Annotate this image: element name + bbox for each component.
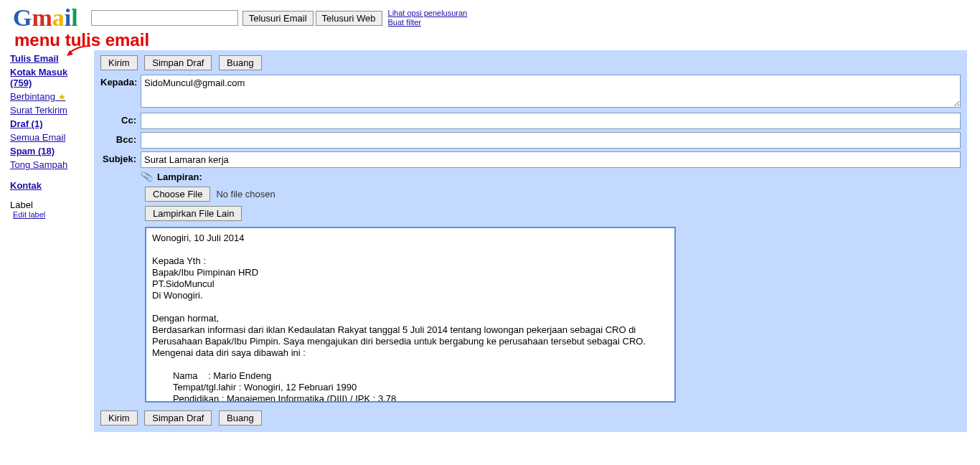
bottom-toolbar: Kirim Simpan Draf Buang	[100, 410, 961, 426]
search-options-link[interactable]: Lihat opsi penelusuran	[388, 9, 468, 18]
sidebar-sent[interactable]: Surat Terkirim	[10, 105, 91, 116]
sidebar-edit-label[interactable]: Edit label	[13, 210, 91, 219]
send-button-top[interactable]: Kirim	[100, 55, 138, 70]
send-button-bottom[interactable]: Kirim	[100, 410, 138, 426]
sidebar-starred[interactable]: Berbintang ★	[10, 91, 91, 102]
subject-field[interactable]	[141, 151, 961, 168]
search-email-button[interactable]: Telusuri Email	[242, 11, 314, 26]
sidebar-inbox[interactable]: Kotak Masuk (759)	[10, 67, 91, 88]
cc-field[interactable]	[141, 113, 961, 129]
compose-panel: Kirim Simpan Draf Buang Kepada: Cc: Bcc:…	[94, 50, 967, 432]
sidebar-trash[interactable]: Tong Sampah	[10, 159, 91, 170]
to-field[interactable]	[141, 75, 961, 108]
gmail-logo: Gmail	[13, 4, 78, 32]
cc-label: Cc:	[100, 113, 141, 126]
sidebar-allmail[interactable]: Semua Email	[10, 132, 91, 143]
sidebar-contacts[interactable]: Kontak	[10, 180, 91, 191]
save-draft-button-top[interactable]: Simpan Draf	[144, 55, 212, 70]
subject-label: Subjek:	[100, 151, 141, 164]
sidebar-label-heading: Label	[10, 199, 91, 210]
bcc-label: Bcc:	[100, 132, 141, 145]
top-toolbar: Kirim Simpan Draf Buang	[100, 55, 961, 70]
attach-label: Lampiran:	[157, 172, 202, 182]
annotation-text: menu tulis email	[0, 30, 980, 50]
search-input[interactable]	[91, 10, 238, 26]
search-web-button[interactable]: Telusuri Web	[316, 11, 382, 26]
bcc-field[interactable]	[141, 132, 961, 149]
create-filter-link[interactable]: Buat filter	[388, 18, 468, 27]
annotation-arrow-icon	[66, 44, 90, 57]
to-label: Kepada:	[100, 75, 141, 88]
header-bar: Gmail Telusuri Email Telusuri Web Lihat …	[0, 0, 980, 33]
sidebar-spam[interactable]: Spam (18)	[10, 146, 91, 156]
discard-button-bottom[interactable]: Buang	[219, 410, 262, 426]
star-icon: ★	[58, 92, 66, 102]
discard-button-top[interactable]: Buang	[219, 55, 262, 70]
sidebar: Tulis Email Kotak Masuk (759) Berbintang…	[0, 50, 94, 225]
save-draft-button-bottom[interactable]: Simpan Draf	[144, 410, 212, 426]
no-file-text: No file chosen	[216, 189, 275, 199]
header-links: Lihat opsi penelusuran Buat filter	[388, 9, 468, 27]
paperclip-icon: 📎	[140, 170, 154, 184]
email-body-editor[interactable]	[145, 227, 676, 403]
attach-more-button[interactable]: Lampirkan File Lain	[145, 206, 242, 221]
choose-file-button[interactable]: Choose File	[145, 187, 210, 202]
sidebar-drafts[interactable]: Draf (1)	[10, 118, 91, 129]
